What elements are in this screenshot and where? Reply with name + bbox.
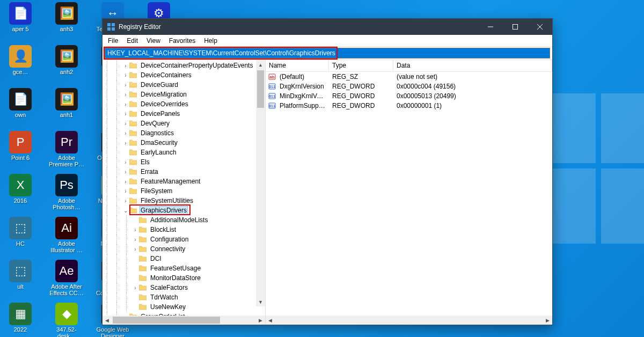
chevron-right-icon[interactable]: › [122, 101, 129, 107]
tree-node[interactable]: ›FeatureManagement [103, 177, 265, 186]
chevron-right-icon[interactable]: › [122, 130, 129, 136]
registry-value-row[interactable]: 011DxgKrnlVersionREG_DWORD0x0000c004 (49… [266, 82, 552, 91]
desktop-shortcut[interactable]: 📄own [2, 87, 39, 130]
desktop-shortcut[interactable]: PPoint 6 [2, 130, 39, 173]
desktop-shortcut[interactable]: ▦2022 [2, 302, 39, 337]
folder-icon [129, 81, 138, 89]
desktop-shortcut[interactable]: ⬚HC [2, 216, 39, 259]
shortcut-label: Adobe Illustrator … [48, 240, 85, 253]
chevron-right-icon[interactable]: › [131, 237, 139, 243]
tree-node[interactable]: DCI [103, 254, 265, 263]
tree-node[interactable]: GroupOrderList [103, 312, 265, 316]
desktop-shortcut[interactable]: 👤gce… [2, 44, 39, 87]
chevron-right-icon[interactable]: › [131, 285, 139, 291]
chevron-right-icon[interactable]: › [122, 121, 129, 127]
menu-view[interactable]: View [142, 36, 165, 46]
registry-value-row[interactable]: ab(Default)REG_SZ(value not set) [266, 72, 552, 82]
chevron-right-icon[interactable]: › [131, 227, 139, 233]
scroll-right-icon[interactable]: ▶ [256, 316, 265, 325]
chevron-right-icon[interactable]: › [122, 92, 129, 98]
desktop-shortcut[interactable]: 🖼️anh1 [48, 87, 85, 130]
tree-node[interactable]: FeatureSetUsage [103, 263, 265, 273]
tree-node[interactable]: ›DeviceMigration [103, 90, 265, 99]
chevron-right-icon[interactable]: › [122, 72, 129, 78]
tree-node[interactable]: ›DeviceContainers [103, 70, 265, 80]
menu-favorites[interactable]: Favorites [165, 36, 200, 46]
tree-node[interactable]: ›DeviceContainerPropertyUpdateEvents [103, 61, 265, 70]
tree-node[interactable]: ›Els [103, 157, 265, 167]
registry-value-row[interactable]: 011MinDxgKrnlVersi…REG_DWORD0x00005013 (… [266, 91, 552, 101]
scroll-up-icon[interactable]: ▲ [256, 60, 265, 69]
menu-edit[interactable]: Edit [122, 36, 142, 46]
scroll-down-icon[interactable]: ▼ [256, 297, 265, 306]
chevron-right-icon[interactable]: › [122, 169, 129, 175]
tree-node[interactable]: ›Connectivity [103, 244, 265, 254]
chevron-right-icon[interactable]: › [122, 140, 129, 146]
column-name[interactable]: Name [266, 60, 329, 71]
chevron-right-icon[interactable]: › [122, 188, 129, 194]
tree-node[interactable]: ›DeviceGuard [103, 80, 265, 90]
chevron-right-icon[interactable]: › [122, 159, 129, 165]
minimize-button[interactable] [478, 19, 503, 35]
folder-icon [139, 294, 148, 301]
shortcut-label: anh1 [60, 112, 73, 118]
tree-node[interactable]: TdrWatch [103, 292, 265, 302]
address-bar[interactable] [105, 48, 550, 58]
tree-vertical-scrollbar[interactable]: ▲ ▼ [256, 60, 265, 306]
menu-help[interactable]: Help [200, 36, 222, 46]
tree-node[interactable]: ›Errata [103, 167, 265, 177]
chevron-right-icon[interactable]: › [122, 82, 129, 88]
scroll-left-icon[interactable]: ◀ [266, 316, 275, 325]
chevron-right-icon[interactable]: › [122, 179, 129, 185]
chevron-right-icon[interactable]: › [131, 246, 139, 252]
tree-node-label: GraphicsDrivers [140, 206, 188, 215]
svg-text:011: 011 [269, 104, 275, 108]
tree-node[interactable]: ›Configuration [103, 235, 265, 244]
tree-node[interactable]: ›BlockList [103, 225, 265, 235]
values-list[interactable]: ab(Default)REG_SZ(value not set)011DxgKr… [266, 72, 552, 316]
app-icon: ◆ [55, 303, 78, 325]
scroll-right-icon[interactable]: ▶ [543, 316, 552, 325]
tree-node[interactable]: ›DeviceOverrides [103, 99, 265, 109]
tree-node[interactable]: EarlyLaunch [103, 148, 265, 157]
tree-node-label: DeviceMigration [140, 91, 188, 98]
values-horizontal-scrollbar[interactable]: ◀ ▶ [266, 316, 552, 325]
menu-file[interactable]: File [104, 36, 122, 46]
column-type[interactable]: Type [329, 60, 393, 71]
tree-node[interactable]: ›FileSystemUtilities [103, 196, 265, 206]
folder-icon [129, 71, 138, 79]
value-name: DxgKrnlVersion [276, 83, 329, 90]
desktop-shortcut[interactable]: 📄aper 5 [2, 1, 39, 44]
tree-node[interactable]: UseNewKey [103, 302, 265, 312]
desktop-shortcut[interactable]: PsAdobe Photosh… [48, 173, 85, 216]
chevron-down-icon[interactable]: ⌄ [122, 208, 129, 214]
tree-node[interactable]: AdditionalModeLists [103, 215, 265, 225]
chevron-right-icon[interactable]: › [122, 198, 129, 204]
column-data[interactable]: Data [393, 60, 552, 71]
desktop-shortcut[interactable]: ⬚ult [2, 259, 39, 302]
desktop-shortcut[interactable]: AeAdobe After Effects CC… [48, 259, 85, 302]
desktop-shortcut[interactable]: 🖼️anh3 [48, 1, 85, 44]
tree-node[interactable]: ›FileSystem [103, 186, 265, 196]
desktop-shortcut[interactable]: 🖼️anh2 [48, 44, 85, 87]
titlebar[interactable]: Registry Editor [103, 19, 552, 35]
tree-node[interactable]: ›DmaSecurity [103, 138, 265, 148]
desktop-shortcut[interactable]: X2016 [2, 173, 39, 216]
chevron-right-icon[interactable]: › [122, 63, 129, 69]
tree-horizontal-scrollbar[interactable]: ◀ ▶ [103, 316, 265, 325]
desktop-shortcut[interactable]: AiAdobe Illustrator … [48, 216, 85, 259]
tree-scroll[interactable]: ›DeviceContainerPropertyUpdateEvents›Dev… [103, 60, 265, 316]
tree-node[interactable]: ›ScaleFactors [103, 283, 265, 292]
close-button[interactable] [528, 19, 552, 35]
tree-node[interactable]: ›DevicePanels [103, 109, 265, 119]
tree-node[interactable]: ›Diagnostics [103, 128, 265, 138]
tree-node[interactable]: MonitorDataStore [103, 273, 265, 283]
scroll-left-icon[interactable]: ◀ [103, 316, 112, 325]
desktop-shortcut[interactable]: PrAdobe Premiere P… [48, 130, 85, 173]
desktop-shortcut[interactable]: ◆347.52-desk… [48, 302, 85, 337]
chevron-right-icon[interactable]: › [122, 111, 129, 117]
maximize-button[interactable] [503, 19, 528, 35]
tree-node[interactable]: ›DevQuery [103, 119, 265, 128]
registry-value-row[interactable]: 011PlatformSuppor…REG_DWORD0x00000001 (1… [266, 101, 552, 111]
tree-node[interactable]: ⌄GraphicsDrivers [103, 206, 265, 215]
